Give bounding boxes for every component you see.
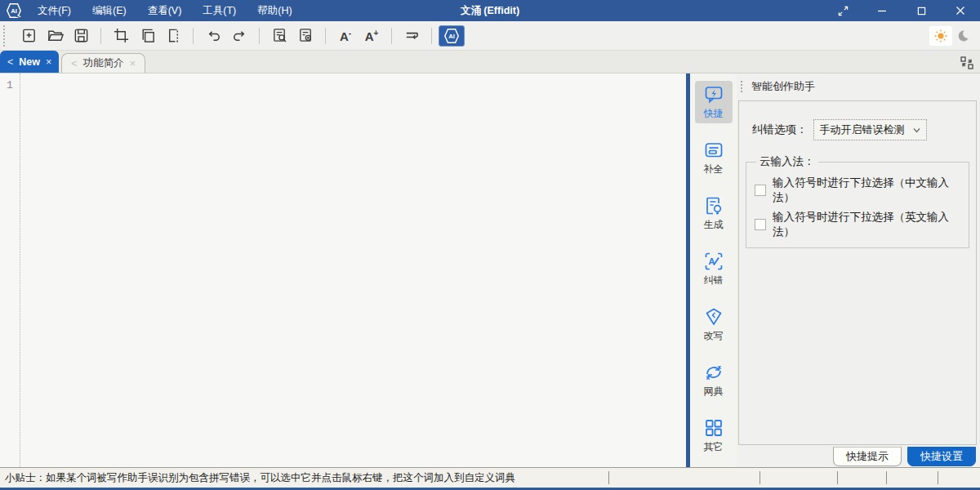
- editor-area[interactable]: 1: [0, 74, 686, 467]
- chevron-down-icon: [913, 127, 920, 133]
- menu-view[interactable]: 查看(V): [139, 1, 191, 21]
- close-button[interactable]: [941, 0, 980, 21]
- toolbar-drag-handle[interactable]: [3, 25, 9, 47]
- panel-drag-handle[interactable]: [741, 81, 744, 92]
- redo-button[interactable]: [228, 25, 251, 47]
- generate-doc-bulb-icon: [703, 195, 724, 216]
- ai-panel-toggle-button[interactable]: AI: [439, 25, 465, 47]
- panel-settings-box: 纠错选项： 手动开启错误检测 云输入法： 输入符号时进行下拉选择（中文输入法）: [738, 100, 977, 445]
- statusbar: 小贴士：如果某个词被写作助手误识别为包含拼写错误，可以选中它并点击鼠标右键，把这…: [0, 467, 980, 488]
- new-file-button[interactable]: [17, 25, 40, 47]
- sidebar-item-label: 改写: [704, 329, 724, 343]
- menu-tools[interactable]: 工具(T): [194, 1, 245, 21]
- tab-feature-intro[interactable]: < 功能简介 ×: [61, 53, 145, 73]
- svg-text:AI: AI: [448, 33, 455, 40]
- other-grid-icon: [703, 417, 724, 439]
- light-theme-button[interactable]: [929, 26, 952, 46]
- toolbar-separator: [193, 28, 194, 44]
- line-number-gutter: 1: [0, 74, 20, 467]
- assistant-panel: 智能创作助手 纠错选项： 手动开启错误检测 云输入法：: [737, 74, 980, 467]
- checkbox-unchecked[interactable]: [755, 219, 766, 230]
- word-wrap-button[interactable]: [400, 25, 423, 47]
- panel-title: 智能创作助手: [751, 79, 815, 94]
- checkbox-label: 输入符号时进行下拉选择（英文输入法）: [773, 210, 960, 239]
- checkbox-label: 输入符号时进行下拉选择（中文输入法）: [773, 176, 960, 205]
- dictionary-refresh-icon: x k: [703, 362, 724, 383]
- copy-button[interactable]: [136, 25, 158, 47]
- toolbar-separator: [259, 28, 260, 44]
- statusbar-separator: [837, 471, 838, 484]
- sidebar-item-label: 纠错: [704, 274, 724, 287]
- menu-file[interactable]: 文件(F): [29, 1, 80, 21]
- shortcut-bubble-bolt-icon: [703, 84, 724, 105]
- panel-header: 智能创作助手: [737, 74, 980, 100]
- menubar: 文件(F) 编辑(E) 查看(V) 工具(T) 帮助(H): [29, 1, 301, 21]
- sidebar-item-rewrite[interactable]: 改写: [695, 303, 733, 345]
- cloud-ime-option-english[interactable]: 输入符号时进行下拉选择（英文输入法）: [755, 210, 960, 239]
- font-decrease-button[interactable]: A-: [334, 25, 357, 47]
- statusbar-separator: [886, 471, 887, 484]
- undo-button[interactable]: [202, 25, 225, 47]
- completion-card-icon: [703, 140, 724, 161]
- toolbar-separator: [391, 28, 392, 44]
- cloud-ime-legend: 云输入法：: [756, 154, 818, 169]
- sidebar-item-dictionary[interactable]: x k 网典: [695, 359, 733, 401]
- statusbar-separator: [938, 471, 938, 484]
- statusbar-separator: [608, 471, 609, 484]
- open-file-button[interactable]: [43, 25, 66, 47]
- rewrite-gem-icon: [703, 306, 724, 327]
- sidebar-item-label: 补全: [704, 163, 724, 176]
- toolbar-separator: [325, 28, 326, 44]
- maximize-button[interactable]: [902, 0, 941, 21]
- main-area: 1 快捷: [0, 74, 980, 467]
- correction-option-label: 纠错选项：: [752, 122, 808, 137]
- menu-edit[interactable]: 编辑(E): [83, 1, 136, 21]
- toolbar-separator: [100, 28, 101, 44]
- sidebar-item-label: 生成: [704, 218, 724, 232]
- tab-close-icon[interactable]: ×: [130, 58, 136, 69]
- titlebar: AI 文件(F) 编辑(E) 查看(V) 工具(T) 帮助(H) 文涌 (Eff…: [0, 0, 980, 21]
- tab-back-icon[interactable]: <: [7, 56, 13, 68]
- window-title: 文涌 (Effidit): [461, 4, 519, 18]
- status-tip-text: 小贴士：如果某个词被写作助手误识别为包含拼写错误，可以选中它并点击鼠标右键，把这…: [5, 471, 515, 485]
- tab-close-icon[interactable]: ×: [46, 56, 51, 68]
- minimize-button[interactable]: [862, 0, 902, 21]
- toolbar-separator: [431, 28, 432, 44]
- window-controls: [823, 0, 980, 21]
- checkbox-unchecked[interactable]: [755, 185, 766, 196]
- sidebar-item-completion[interactable]: 补全: [695, 136, 733, 179]
- svg-text:k: k: [706, 374, 710, 381]
- panel-footer-tabs: 快捷提示 快捷设置: [833, 447, 976, 466]
- find-replace-button[interactable]: [294, 25, 317, 47]
- tab-label: 功能简介: [83, 56, 124, 70]
- correction-mode-dropdown[interactable]: 手动开启错误检测: [813, 119, 927, 140]
- shortcut-settings-button[interactable]: 快捷设置: [907, 447, 976, 466]
- effidit-window: AI 文件(F) 编辑(E) 查看(V) 工具(T) 帮助(H) 文涌 (Eff…: [0, 0, 980, 490]
- tab-label: New: [19, 56, 40, 68]
- paste-button[interactable]: [162, 25, 185, 47]
- sidebar-item-label: 快捷: [704, 107, 724, 121]
- correction-spellcheck-icon: A: [703, 251, 724, 272]
- toolbar: A- A+ AI: [0, 21, 980, 51]
- sidebar-item-shortcut[interactable]: 快捷: [695, 81, 733, 123]
- sidebar-item-other[interactable]: 其它: [695, 414, 733, 457]
- sidebar-item-generate[interactable]: 生成: [695, 192, 733, 234]
- save-button[interactable]: [69, 25, 92, 47]
- tab-new[interactable]: < New ×: [0, 51, 59, 73]
- tab-back-icon[interactable]: <: [71, 58, 77, 69]
- dark-theme-button[interactable]: [952, 26, 973, 46]
- cloud-ime-group: 云输入法： 输入符号时进行下拉选择（中文输入法） 输入符号时进行下拉选择（英文输…: [746, 154, 969, 248]
- menu-help[interactable]: 帮助(H): [248, 1, 301, 21]
- line-number: 1: [7, 79, 13, 91]
- cut-button[interactable]: [109, 25, 132, 47]
- tabbar: < New × < 功能简介 ×: [0, 51, 980, 74]
- find-button[interactable]: [268, 25, 291, 47]
- swap-layout-icon[interactable]: [960, 56, 974, 70]
- shortcut-tips-button[interactable]: 快捷提示: [833, 447, 902, 466]
- sidebar-item-correction[interactable]: A 纠错: [695, 247, 733, 290]
- fullscreen-button[interactable]: [823, 0, 862, 21]
- theme-toggle: [929, 26, 973, 46]
- dropdown-value: 手动开启错误检测: [820, 122, 905, 137]
- font-increase-button[interactable]: A+: [360, 25, 383, 47]
- cloud-ime-option-chinese[interactable]: 输入符号时进行下拉选择（中文输入法）: [755, 176, 960, 205]
